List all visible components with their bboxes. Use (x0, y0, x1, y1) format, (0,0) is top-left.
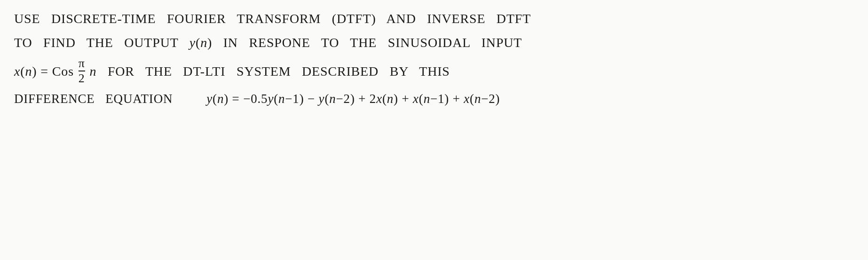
line3-xn: x(n) = Cos (14, 61, 78, 81)
fraction-pi-over-2: π 2 (79, 57, 85, 86)
diff-eq-formula: y(n) = −0.5y(n−1) − y(n−2) + 2x(n) + x(n… (206, 89, 500, 109)
fraction-denominator: 2 (79, 71, 85, 86)
line-2: TO FIND THE OUTPUT y(n) IN RESPONE TO TH… (14, 32, 854, 53)
line-1: USE DISCRETE-TIME FOURIER TRANSFORM (DTF… (14, 8, 854, 29)
line3-rest: n FOR THE DT-LTI SYSTEM DESCRIBED BY THI… (86, 61, 450, 81)
line-4: DIFFERENCE EQUATION y(n) = −0.5y(n−1) − … (14, 89, 854, 109)
line2-text: TO FIND THE OUTPUT y(n) IN RESPONE TO TH… (14, 32, 522, 53)
diff-eq-label: DIFFERENCE EQUATION (14, 89, 173, 109)
line1-text: USE DISCRETE-TIME FOURIER TRANSFORM (DTF… (14, 8, 531, 29)
page-content: USE DISCRETE-TIME FOURIER TRANSFORM (DTF… (0, 0, 868, 260)
fraction-numerator: π (79, 57, 85, 72)
line-3: x(n) = Cos π 2 n FOR THE DT-LTI SYSTEM D… (14, 57, 854, 86)
